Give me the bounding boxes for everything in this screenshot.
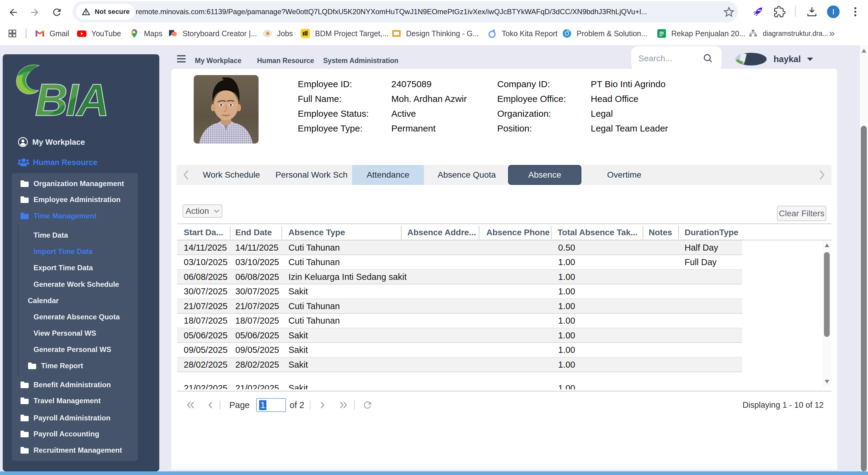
svg-text:BIA: BIA — [35, 74, 107, 118]
